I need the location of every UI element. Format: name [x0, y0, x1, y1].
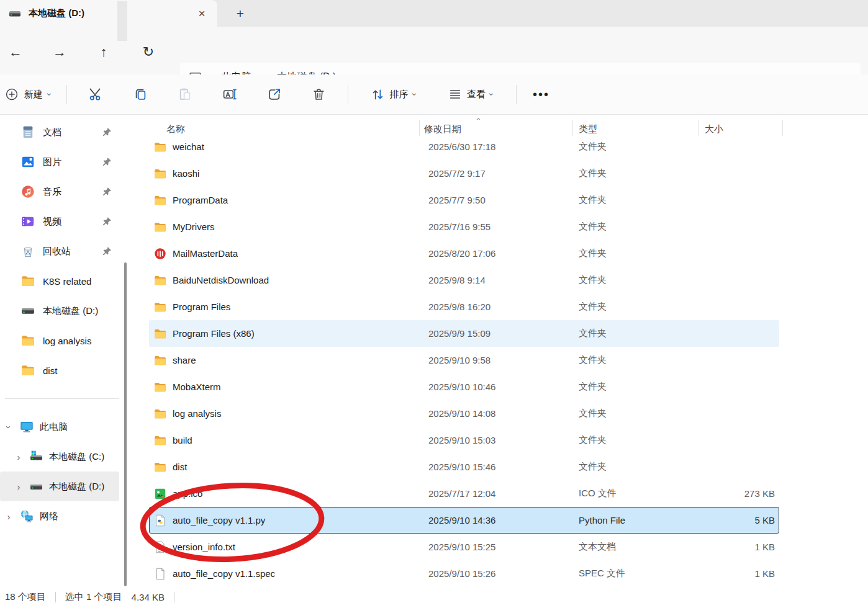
file-type: SPEC 文件	[579, 568, 700, 579]
folder-icon	[154, 434, 166, 447]
sidebar-item-label: 音乐	[43, 186, 61, 198]
share-button[interactable]	[261, 81, 288, 108]
sidebar-scrollbar-thumb[interactable]	[124, 262, 127, 586]
up-button[interactable]: ↑	[93, 42, 114, 63]
forward-button[interactable]: →	[49, 42, 70, 63]
pin-icon	[102, 157, 112, 167]
file-row[interactable]: app.ico 2025/7/17 12:04 ICO 文件 273 KB	[149, 480, 779, 507]
folder-icon	[154, 168, 166, 180]
file-row[interactable]: ProgramData 2025/7/7 9:50 文件夹	[149, 187, 779, 213]
file-row[interactable]: MyDrivers 2025/7/16 9:55 文件夹	[149, 213, 779, 240]
folder-icon	[21, 334, 35, 347]
file-name-cell: MyDrivers	[149, 221, 428, 233]
file-name: auto_file_copy v1.1.py	[173, 515, 265, 525]
sidebar-pinned-item[interactable]: 回收站	[0, 236, 119, 266]
column-header-date[interactable]: 修改日期	[424, 123, 461, 135]
file-row[interactable]: MailMasterData 2025/8/20 17:06 文件夹	[149, 240, 779, 267]
more-options-button[interactable]: •••	[527, 81, 556, 108]
folder-icon	[154, 328, 166, 340]
folder-icon	[21, 364, 35, 377]
file-name: MobaXterm	[173, 382, 221, 392]
column-header-type[interactable]: 类型	[579, 123, 597, 135]
file-date-modified: 2025/9/10 15:26	[428, 568, 579, 579]
file-type: 文件夹	[579, 328, 700, 339]
sidebar-quick-item[interactable]: dist	[0, 355, 119, 385]
column-header-size[interactable]: 大小	[705, 123, 723, 135]
file-row[interactable]: Program Files (x86) 2025/9/9 15:09 文件夹	[149, 320, 779, 347]
sidebar-pinned-item[interactable]: 视频	[0, 207, 119, 236]
sidebar-pinned-item[interactable]: 音乐	[0, 177, 119, 207]
sidebar-item-this-pc[interactable]: › 此电脑	[0, 412, 119, 442]
chevron-collapsed-icon[interactable]: ›	[4, 511, 14, 522]
file-name-cell: ProgramData	[149, 194, 428, 207]
paste-icon	[178, 87, 192, 102]
sidebar-item-label: K8S related	[43, 276, 91, 287]
sidebar-scrollbar-track[interactable]	[117, 1, 127, 41]
file-date-modified: 2025/9/10 14:36	[428, 515, 579, 525]
file-date-modified: 2025/7/2 9:17	[428, 168, 579, 179]
paste-button[interactable]	[171, 81, 199, 108]
sidebar-quick-item[interactable]: log analysis	[0, 326, 119, 355]
file-type: 文件夹	[579, 461, 700, 473]
new-button[interactable]: 新建 ›	[0, 81, 60, 108]
file-name: kaoshi	[173, 168, 199, 179]
file-row[interactable]: auto_file_copy v1.1.spec 2025/9/10 15:26…	[149, 560, 779, 587]
tab-bar: 本地磁盘 (D:) × +	[0, 0, 868, 27]
view-button[interactable]: 查看 ›	[441, 81, 501, 108]
file-row[interactable]: auto_file_copy v1.1.py 2025/9/10 14:36 P…	[149, 507, 779, 534]
pin-icon	[102, 217, 112, 226]
column-divider[interactable]	[698, 120, 698, 136]
sidebar-pinned-item[interactable]: 文档	[0, 117, 119, 147]
spec-icon	[154, 568, 166, 580]
column-header-name[interactable]: 名称	[166, 123, 185, 135]
sidebar-item-network[interactable]: › 网络	[0, 501, 119, 531]
copy-button[interactable]	[127, 81, 154, 108]
refresh-button[interactable]: ↻	[138, 42, 159, 63]
column-divider[interactable]	[572, 120, 573, 136]
chevron-collapsed-icon[interactable]: ›	[14, 452, 24, 462]
sidebar-item-drive-d[interactable]: › 本地磁盘 (D:)	[0, 472, 119, 501]
delete-button[interactable]	[305, 81, 333, 108]
file-explorer-window: 本地磁盘 (D:) × + ← → ↑ ↻ › 此电脑 › 本地磁盘 (D:) …	[0, 0, 868, 608]
chevron-expanded-icon[interactable]: ›	[4, 422, 14, 432]
tab-local-disk-d[interactable]: 本地磁盘 (D:) ×	[0, 0, 217, 27]
recycle-icon	[21, 244, 35, 258]
column-divider[interactable]	[419, 120, 420, 136]
file-name: Program Files	[173, 302, 230, 312]
navigation-pane: 文档 图片 音乐 视频 回收站	[0, 115, 128, 586]
close-tab-icon[interactable]: ×	[194, 6, 210, 22]
file-date-modified: 2025/9/10 10:46	[428, 382, 579, 392]
file-name-cell: dist	[149, 461, 428, 473]
rename-button[interactable]	[216, 81, 243, 108]
folder-icon	[154, 274, 166, 287]
back-button[interactable]: ←	[5, 42, 26, 63]
chevron-collapsed-icon[interactable]: ›	[14, 481, 24, 492]
pin-icon	[102, 187, 112, 197]
file-row[interactable]: log analysis 2025/9/10 14:08 文件夹	[149, 400, 779, 427]
sidebar-item-drive-c[interactable]: › 本地磁盘 (C:)	[0, 442, 119, 472]
file-row[interactable]: BaiduNetdiskDownload 2025/9/8 9:14 文件夹	[149, 267, 779, 293]
file-row[interactable]: version_info.txt 2025/9/10 15:25 文本文档 1 …	[149, 534, 779, 560]
sidebar-pinned-item[interactable]: 图片	[0, 147, 119, 177]
chevron-down-icon: ›	[410, 93, 419, 96]
sort-button[interactable]: 排序 ›	[363, 81, 424, 108]
file-row[interactable]: MobaXterm 2025/9/10 10:46 文件夹	[149, 373, 779, 400]
sidebar-item-label: 网络	[40, 511, 58, 522]
file-row[interactable]: Program Files 2025/9/8 16:20 文件夹	[149, 293, 779, 320]
file-row[interactable]: kaoshi 2025/7/2 9:17 文件夹	[149, 160, 779, 187]
toolbar-divider	[348, 85, 348, 104]
file-type: 文件夹	[579, 434, 700, 446]
view-label: 查看	[467, 89, 486, 101]
file-name-cell: auto_file_copy v1.1.py	[149, 514, 428, 527]
file-row[interactable]: build 2025/9/10 15:03 文件夹	[149, 427, 779, 454]
file-row[interactable]: share 2025/9/10 9:58 文件夹	[149, 347, 779, 373]
cut-button[interactable]	[82, 81, 109, 108]
new-tab-button[interactable]: +	[231, 4, 250, 23]
rename-icon	[222, 87, 237, 102]
column-divider[interactable]	[782, 120, 783, 136]
item-count: 18 个项目	[5, 591, 46, 603]
file-name: auto_file_copy v1.1.spec	[173, 568, 275, 579]
sidebar-quick-item[interactable]: 本地磁盘 (D:)	[0, 296, 119, 326]
file-row[interactable]: dist 2025/9/10 15:46 文件夹	[149, 454, 779, 480]
sidebar-quick-item[interactable]: K8S related	[0, 266, 119, 296]
